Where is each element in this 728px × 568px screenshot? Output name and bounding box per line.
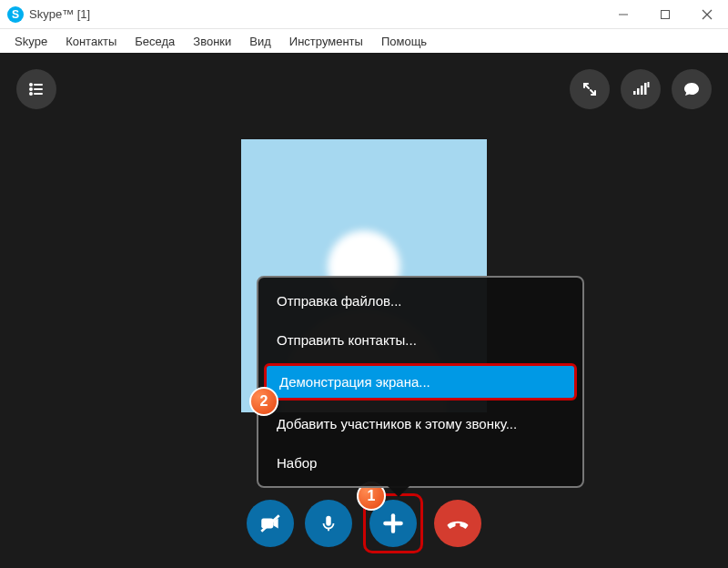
popup-item-send-contacts[interactable]: Отправить контакты... bbox=[258, 320, 582, 360]
call-quality-button[interactable] bbox=[621, 69, 661, 109]
menu-view[interactable]: Вид bbox=[240, 32, 280, 51]
maximize-button[interactable] bbox=[644, 0, 686, 29]
menu-calls[interactable]: Звонки bbox=[184, 32, 240, 51]
menu-help[interactable]: Помощь bbox=[372, 32, 436, 51]
window-title: Skype™ [1] bbox=[29, 7, 90, 21]
call-area: Отправка файлов... Отправить контакты...… bbox=[0, 53, 728, 568]
call-button-bar: 1 bbox=[247, 493, 481, 553]
minimize-button[interactable] bbox=[602, 0, 644, 29]
mic-toggle-button[interactable] bbox=[305, 500, 352, 547]
svg-point-8 bbox=[30, 93, 32, 95]
menu-contacts[interactable]: Контакты bbox=[56, 32, 126, 51]
popup-item-add-participants[interactable]: Добавить участников к этому звонку... bbox=[258, 404, 582, 443]
menu-conversation[interactable]: Беседа bbox=[126, 32, 184, 51]
chat-button[interactable] bbox=[672, 69, 712, 109]
close-button[interactable] bbox=[686, 0, 728, 29]
svg-point-4 bbox=[30, 84, 32, 86]
popup-item-send-files[interactable]: Отправка файлов... bbox=[258, 281, 582, 320]
menu-tools[interactable]: Инструменты bbox=[280, 32, 372, 51]
window-titlebar: S Skype™ [1] bbox=[0, 0, 728, 29]
plus-popup-menu: Отправка файлов... Отправить контакты...… bbox=[257, 276, 584, 488]
svg-rect-15 bbox=[644, 83, 647, 95]
svg-rect-12 bbox=[633, 91, 636, 95]
svg-rect-16 bbox=[648, 82, 650, 87]
hangup-button[interactable] bbox=[434, 500, 481, 547]
svg-rect-14 bbox=[641, 86, 643, 95]
fullscreen-button[interactable] bbox=[570, 69, 610, 109]
popup-item-dialpad[interactable]: Набор bbox=[258, 443, 582, 482]
menu-skype[interactable]: Skype bbox=[5, 32, 56, 51]
popup-highlight-wrapper: Демонстрация экрана... bbox=[258, 360, 582, 404]
contacts-list-button[interactable] bbox=[16, 69, 56, 109]
svg-rect-1 bbox=[662, 10, 670, 18]
svg-rect-13 bbox=[637, 88, 640, 95]
plus-button-highlight: 1 bbox=[363, 493, 423, 553]
svg-rect-19 bbox=[326, 516, 331, 526]
skype-logo-icon: S bbox=[7, 6, 24, 23]
popup-item-share-screen[interactable]: Демонстрация экрана... bbox=[264, 363, 577, 401]
annotation-badge-2: 2 bbox=[249, 387, 278, 416]
window-controls bbox=[602, 0, 728, 29]
svg-point-6 bbox=[30, 88, 32, 90]
video-toggle-button[interactable] bbox=[247, 500, 294, 547]
menubar: Skype Контакты Беседа Звонки Вид Инструм… bbox=[0, 29, 728, 53]
